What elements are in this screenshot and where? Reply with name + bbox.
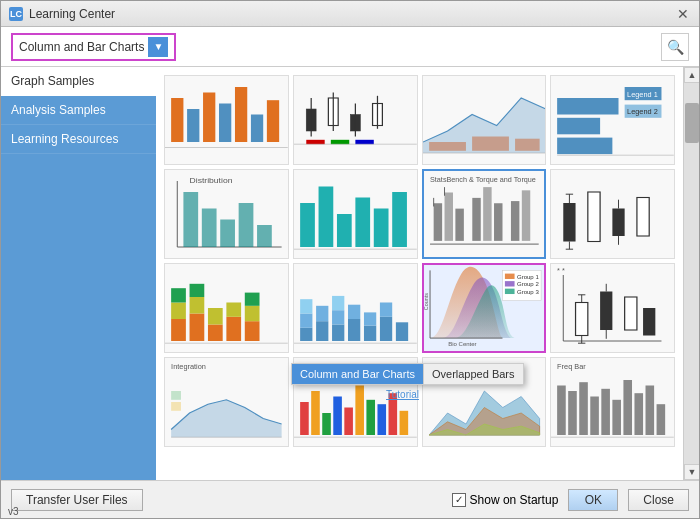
show-startup-label: Show on Startup bbox=[470, 493, 559, 507]
svg-rect-65 bbox=[588, 192, 600, 242]
svg-rect-146 bbox=[568, 391, 577, 435]
svg-rect-72 bbox=[171, 288, 186, 302]
chart-thumb-5[interactable]: Distribution bbox=[164, 169, 289, 259]
svg-rect-69 bbox=[637, 198, 649, 237]
chart-thumb-11[interactable]: Group 1 Group 2 Group 3 bbox=[422, 263, 547, 353]
svg-rect-90 bbox=[332, 310, 344, 324]
svg-rect-45 bbox=[374, 209, 389, 248]
svg-rect-89 bbox=[332, 325, 344, 342]
svg-rect-136 bbox=[377, 404, 386, 435]
svg-rect-36 bbox=[183, 192, 198, 247]
svg-rect-152 bbox=[635, 393, 644, 435]
chart-thumb-1[interactable] bbox=[164, 75, 289, 165]
chart-thumb-7[interactable]: StatsBench & Torque and Torque bbox=[422, 169, 547, 259]
svg-rect-135 bbox=[366, 400, 375, 435]
svg-rect-53 bbox=[483, 187, 491, 241]
tooltip-item-column-bar[interactable]: Column and Bar Charts bbox=[292, 364, 424, 384]
svg-rect-129 bbox=[300, 402, 309, 435]
sidebar-item-learning[interactable]: Learning Resources bbox=[1, 125, 156, 154]
main-window: LC Learning Center ✕ Column and Bar Char… bbox=[0, 0, 700, 519]
svg-rect-87 bbox=[316, 321, 328, 341]
chart-thumb-16[interactable]: Freq Bar bbox=[550, 357, 675, 447]
transfer-files-button[interactable]: Transfer User Files bbox=[11, 489, 143, 511]
chart-thumb-2[interactable] bbox=[293, 75, 418, 165]
chart-thumb-9[interactable] bbox=[164, 263, 289, 353]
svg-rect-22 bbox=[472, 137, 509, 151]
category-dropdown[interactable]: Column and Bar Charts ▼ bbox=[11, 33, 176, 61]
svg-rect-77 bbox=[208, 308, 223, 325]
scroll-down-arrow[interactable]: ▼ bbox=[684, 464, 699, 480]
svg-text:Legend 1: Legend 1 bbox=[627, 91, 658, 99]
svg-rect-23 bbox=[515, 139, 540, 151]
svg-rect-18 bbox=[355, 140, 373, 144]
svg-rect-118 bbox=[600, 292, 612, 331]
svg-rect-98 bbox=[396, 322, 408, 341]
title-bar: LC Learning Center ✕ bbox=[1, 1, 699, 27]
scroll-track[interactable] bbox=[684, 83, 699, 464]
svg-rect-134 bbox=[355, 386, 364, 436]
chart-thumb-6[interactable] bbox=[293, 169, 418, 259]
chart-thumb-12[interactable]: * * bbox=[550, 263, 675, 353]
svg-rect-82 bbox=[245, 293, 260, 306]
svg-rect-50 bbox=[444, 193, 452, 241]
version-text: v3 bbox=[8, 506, 19, 517]
svg-text:Bio Center: Bio Center bbox=[448, 341, 477, 347]
svg-rect-93 bbox=[348, 305, 360, 319]
chart-thumb-8[interactable] bbox=[550, 169, 675, 259]
tutorial-link[interactable]: Tutorial bbox=[386, 389, 419, 400]
tooltip-item-overlapped[interactable]: Overlapped Bars bbox=[424, 364, 523, 384]
tooltip-popup: Column and Bar Charts Overlapped Bars bbox=[291, 363, 524, 385]
chart-thumb-10[interactable] bbox=[293, 263, 418, 353]
svg-rect-121 bbox=[625, 297, 637, 330]
svg-rect-138 bbox=[399, 411, 408, 435]
svg-rect-105 bbox=[504, 289, 514, 294]
svg-rect-130 bbox=[311, 391, 320, 435]
svg-rect-71 bbox=[171, 303, 186, 320]
ok-button[interactable]: OK bbox=[568, 489, 618, 511]
svg-rect-84 bbox=[300, 328, 312, 341]
version-label: Transfer User Files bbox=[11, 489, 143, 511]
chart-thumb-13[interactable]: Integration bbox=[164, 357, 289, 447]
chart-thumb-3[interactable] bbox=[422, 75, 547, 165]
svg-text:StatsBench & Torque and Torque: StatsBench & Torque and Torque bbox=[430, 176, 536, 184]
svg-rect-131 bbox=[322, 413, 331, 435]
svg-rect-2 bbox=[203, 93, 215, 143]
svg-rect-0 bbox=[171, 98, 183, 142]
svg-rect-154 bbox=[657, 404, 666, 435]
svg-rect-103 bbox=[504, 281, 514, 286]
sidebar-item-graph-samples[interactable]: Graph Samples bbox=[1, 67, 156, 96]
scroll-thumb[interactable] bbox=[685, 103, 699, 143]
show-startup-checkbox[interactable]: ✓ bbox=[452, 493, 466, 507]
chart-thumb-4[interactable]: Legend 1 Legend 2 bbox=[550, 75, 675, 165]
close-icon[interactable]: ✕ bbox=[675, 6, 691, 22]
svg-rect-127 bbox=[171, 402, 181, 411]
scrollbar[interactable]: ▲ ▼ bbox=[683, 67, 699, 480]
svg-rect-70 bbox=[171, 319, 186, 341]
title-bar-left: LC Learning Center bbox=[9, 7, 115, 21]
svg-rect-88 bbox=[316, 306, 328, 321]
svg-rect-6 bbox=[267, 100, 279, 142]
search-button[interactable]: 🔍 bbox=[661, 33, 689, 61]
close-button[interactable]: Close bbox=[628, 489, 689, 511]
svg-rect-91 bbox=[332, 296, 344, 310]
svg-rect-97 bbox=[380, 303, 392, 317]
scroll-up-arrow[interactable]: ▲ bbox=[684, 67, 699, 83]
svg-text:Counts: Counts bbox=[424, 293, 429, 310]
svg-rect-55 bbox=[510, 201, 518, 241]
svg-rect-73 bbox=[190, 314, 205, 342]
sidebar: Graph Samples Analysis Samples Learning … bbox=[1, 67, 156, 480]
chart-grid-area[interactable]: Legend 1 Legend 2 Distribution bbox=[156, 67, 683, 480]
svg-rect-3 bbox=[219, 104, 231, 143]
svg-rect-153 bbox=[646, 386, 655, 436]
svg-rect-85 bbox=[300, 314, 312, 328]
svg-rect-38 bbox=[220, 220, 235, 248]
sidebar-item-analysis[interactable]: Analysis Samples bbox=[1, 96, 156, 125]
svg-rect-79 bbox=[226, 303, 241, 317]
svg-rect-46 bbox=[392, 192, 407, 247]
svg-rect-151 bbox=[624, 380, 633, 435]
dropdown-arrow[interactable]: ▼ bbox=[148, 37, 168, 57]
svg-rect-37 bbox=[202, 209, 217, 248]
svg-text:Freq Bar: Freq Bar bbox=[557, 363, 586, 371]
svg-text:Distribution: Distribution bbox=[190, 177, 233, 185]
chart-grid: Legend 1 Legend 2 Distribution bbox=[164, 75, 675, 447]
